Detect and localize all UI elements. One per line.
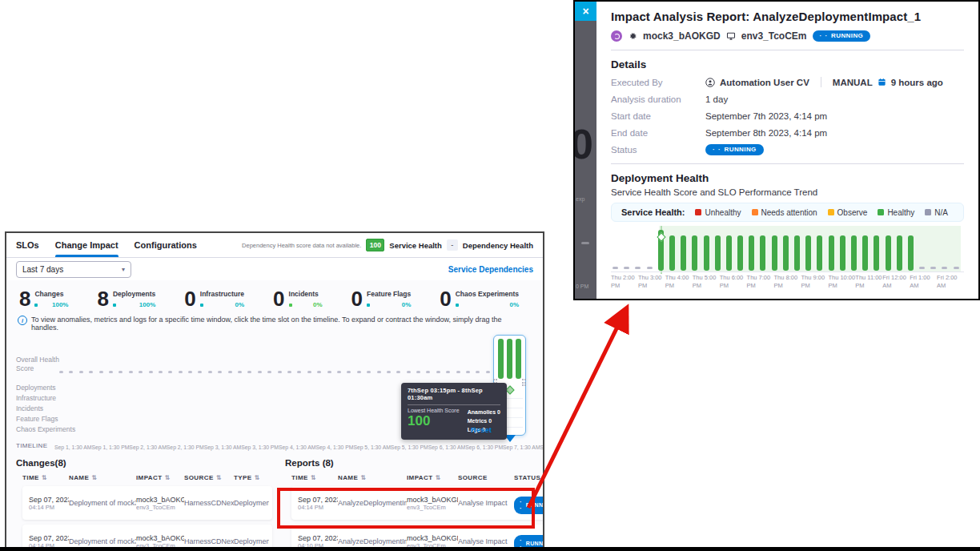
column-header-source[interactable]: SOURCE⇅ bbox=[184, 474, 234, 481]
health-bar[interactable] bbox=[874, 235, 879, 271]
sort-icon[interactable]: ⇅ bbox=[216, 474, 222, 481]
timeline-slot[interactable] bbox=[297, 371, 301, 373]
timeline-slot[interactable] bbox=[99, 371, 103, 373]
timeline-slot[interactable] bbox=[79, 371, 83, 373]
health-bar[interactable] bbox=[783, 235, 789, 271]
timeline-slot[interactable] bbox=[149, 371, 153, 373]
timeline-slot[interactable] bbox=[198, 371, 202, 373]
timeline-slot[interactable] bbox=[426, 371, 430, 373]
timeline-slot[interactable] bbox=[396, 371, 400, 373]
sort-icon[interactable]: ⇅ bbox=[543, 474, 544, 481]
column-header-impact[interactable]: IMPACT⇅ bbox=[407, 474, 458, 481]
health-bar[interactable] bbox=[760, 235, 765, 271]
health-bar[interactable] bbox=[692, 235, 697, 271]
health-bar[interactable] bbox=[726, 235, 732, 271]
timeline-slot[interactable] bbox=[436, 371, 440, 373]
timeline-slot[interactable] bbox=[228, 371, 232, 373]
reset-button[interactable]: Reset bbox=[471, 425, 492, 434]
timeline-slot[interactable] bbox=[238, 371, 242, 373]
time-range-select[interactable]: Last 7 days ▾ bbox=[16, 261, 131, 278]
timeline-slot[interactable] bbox=[278, 371, 282, 373]
health-bar[interactable] bbox=[737, 235, 743, 271]
na-dash[interactable] bbox=[930, 267, 936, 269]
health-bar[interactable] bbox=[772, 235, 777, 271]
sort-icon[interactable]: ⇅ bbox=[311, 474, 316, 481]
health-bar[interactable] bbox=[715, 235, 721, 271]
health-bar[interactable] bbox=[805, 235, 811, 271]
health-bar[interactable] bbox=[897, 235, 902, 271]
health-bar[interactable] bbox=[681, 235, 686, 271]
timeline-slot[interactable] bbox=[69, 371, 73, 373]
health-bar[interactable] bbox=[794, 235, 800, 271]
health-bar[interactable] bbox=[862, 235, 868, 271]
timeline-slot[interactable] bbox=[327, 371, 331, 373]
timeline-slot[interactable] bbox=[188, 371, 192, 373]
na-dash[interactable] bbox=[612, 267, 618, 269]
timeline-slot[interactable] bbox=[407, 371, 411, 373]
column-header-time[interactable]: TIME⇅ bbox=[291, 474, 338, 481]
na-dash[interactable] bbox=[954, 267, 959, 269]
na-dash[interactable] bbox=[635, 267, 641, 269]
timeline-slot[interactable] bbox=[118, 371, 122, 373]
timeline-slot[interactable] bbox=[287, 371, 291, 373]
table-row[interactable]: Sep 07, 202304:14 PMAnalyzeDeploymentIm.… bbox=[291, 486, 544, 520]
timeline-slot[interactable] bbox=[89, 371, 93, 373]
sort-icon[interactable]: ⇅ bbox=[91, 474, 97, 481]
sort-icon[interactable]: ⇅ bbox=[164, 474, 170, 481]
column-header-time[interactable]: TIME⇅ bbox=[22, 474, 69, 481]
column-header-source[interactable]: SOURCE bbox=[458, 474, 514, 481]
timeline-slot[interactable] bbox=[307, 371, 311, 373]
na-dash[interactable] bbox=[942, 267, 947, 269]
tab-slos[interactable]: SLOs bbox=[16, 233, 39, 257]
timeline-slot[interactable] bbox=[416, 371, 420, 373]
tab-change-impact[interactable]: Change Impact bbox=[55, 233, 118, 257]
timeline-slot[interactable] bbox=[168, 371, 172, 373]
na-dash[interactable] bbox=[647, 267, 653, 269]
column-header-impact[interactable]: IMPACT⇅ bbox=[136, 474, 184, 481]
health-bar[interactable] bbox=[886, 235, 891, 271]
na-dash[interactable] bbox=[624, 267, 629, 269]
timeline-slot[interactable] bbox=[139, 371, 143, 373]
health-bar[interactable] bbox=[817, 235, 822, 271]
timeline-slot[interactable] bbox=[129, 371, 133, 373]
timeline-slot[interactable] bbox=[258, 371, 262, 373]
health-bar[interactable] bbox=[908, 235, 914, 271]
timeline-slot[interactable] bbox=[267, 371, 271, 373]
sort-icon[interactable]: ⇅ bbox=[435, 474, 440, 481]
timeline-slot[interactable] bbox=[367, 371, 371, 373]
timeline-slot[interactable] bbox=[456, 371, 460, 373]
table-row[interactable]: Sep 07, 202304:14 PMDeployment of mock3_… bbox=[22, 486, 272, 520]
health-bar[interactable] bbox=[704, 235, 709, 271]
drag-handle-right[interactable] bbox=[521, 377, 527, 388]
column-header-name[interactable]: NAME⇅ bbox=[69, 474, 136, 481]
timeline-slot[interactable] bbox=[59, 371, 63, 373]
na-dash[interactable] bbox=[919, 267, 925, 269]
sort-icon[interactable]: ⇅ bbox=[255, 474, 260, 481]
timeline-slot[interactable] bbox=[218, 371, 222, 373]
timeline-slot[interactable] bbox=[486, 371, 490, 373]
column-header-type[interactable]: TYPE⇅ bbox=[234, 474, 272, 481]
service-dependencies-link[interactable]: Service Dependencies bbox=[448, 265, 533, 274]
timeline-slot[interactable] bbox=[179, 371, 183, 373]
sort-icon[interactable]: ⇅ bbox=[42, 474, 47, 481]
column-header-status[interactable]: STATUS⇅ bbox=[514, 474, 544, 481]
timeline-slot[interactable] bbox=[377, 371, 381, 373]
tab-configurations[interactable]: Configurations bbox=[135, 233, 197, 257]
timeline-slot[interactable] bbox=[247, 371, 251, 373]
health-bar[interactable] bbox=[669, 235, 675, 271]
timeline-slot[interactable] bbox=[208, 371, 212, 373]
timeline-slot[interactable] bbox=[446, 371, 450, 373]
timeline-slot[interactable] bbox=[159, 371, 163, 373]
timeline-slot[interactable] bbox=[317, 371, 321, 373]
timeline-slot[interactable] bbox=[109, 371, 113, 373]
timeline-slot[interactable] bbox=[466, 371, 470, 373]
timeline-slot[interactable] bbox=[387, 371, 391, 373]
timeline-slot[interactable] bbox=[337, 371, 341, 373]
column-header-name[interactable]: NAME⇅ bbox=[338, 474, 407, 481]
close-icon[interactable]: × bbox=[575, 2, 596, 21]
health-bar[interactable] bbox=[840, 235, 845, 271]
timeline-slot[interactable] bbox=[357, 371, 361, 373]
health-bar[interactable] bbox=[851, 235, 857, 271]
timeline-slot[interactable] bbox=[347, 371, 351, 373]
health-bar[interactable] bbox=[749, 235, 754, 271]
